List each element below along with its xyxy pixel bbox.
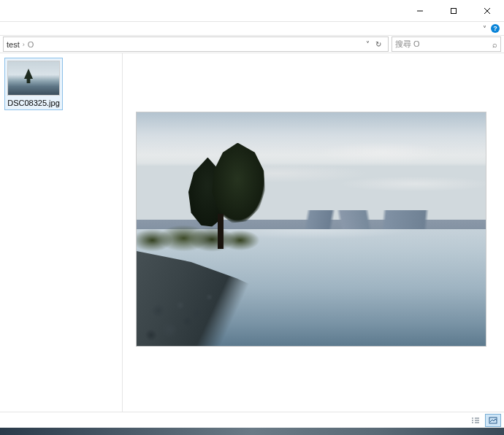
svg-rect-1 <box>451 8 457 13</box>
breadcrumb-segment[interactable]: test <box>7 40 20 49</box>
view-details-button[interactable] <box>467 414 484 427</box>
preview-pane <box>123 53 504 412</box>
maximize-button[interactable] <box>437 0 470 22</box>
chevron-right-icon: › <box>23 41 25 48</box>
history-dropdown-icon[interactable]: ˅ <box>364 40 372 48</box>
file-list-pane[interactable]: DSC08325.jpg <box>0 53 123 412</box>
close-button[interactable] <box>470 0 504 22</box>
ribbon-row: ˅ ? <box>0 22 504 35</box>
file-thumbnail <box>7 61 60 96</box>
titlebar <box>0 0 504 22</box>
search-input[interactable]: 搜尋 O ⌕ <box>392 36 501 52</box>
breadcrumb[interactable]: test › O ˅ ↻ <box>3 36 389 52</box>
address-actions: ˅ ↻ <box>362 40 385 48</box>
refresh-icon[interactable]: ↻ <box>373 40 383 48</box>
desktop-background-strip <box>0 428 504 435</box>
file-item[interactable]: DSC08325.jpg <box>4 58 63 110</box>
content-area: DSC08325.jpg <box>0 53 504 412</box>
breadcrumb-segment[interactable]: O <box>28 40 34 49</box>
minimize-button[interactable] <box>403 0 437 22</box>
file-name-label: DSC08325.jpg <box>7 99 60 107</box>
view-thumbnails-button[interactable] <box>485 414 501 427</box>
ribbon-expand-icon[interactable]: ˅ <box>483 25 486 33</box>
status-bar <box>0 412 504 428</box>
address-bar: test › O ˅ ↻ 搜尋 O ⌕ <box>0 35 504 53</box>
help-icon[interactable]: ? <box>491 24 500 33</box>
preview-image <box>136 112 486 347</box>
search-icon[interactable]: ⌕ <box>492 40 497 49</box>
search-placeholder: 搜尋 O <box>395 39 420 50</box>
